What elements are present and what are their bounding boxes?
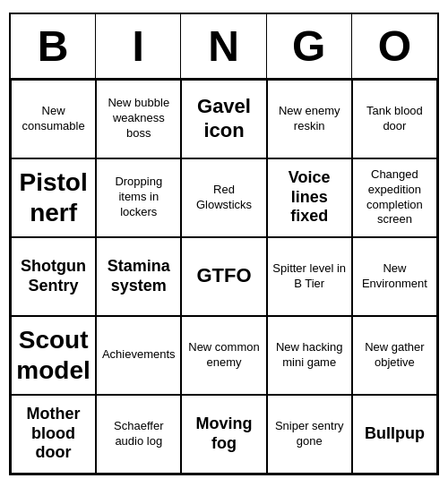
cell-text-13: Spitter level in B Tier xyxy=(271,261,348,292)
cell-text-24: Bullpup xyxy=(365,424,425,444)
cell-text-4: Tank blood door xyxy=(357,104,433,134)
bingo-letter-n: N xyxy=(181,14,266,78)
bingo-letter-i: I xyxy=(96,14,181,78)
cell-text-7: Red Glowsticks xyxy=(185,183,262,213)
cell-text-19: New gather objetive xyxy=(357,340,433,371)
bingo-cell-16: Achievements xyxy=(96,316,181,395)
cell-text-23: Sniper sentry gone xyxy=(271,419,348,449)
cell-text-15: Scout model xyxy=(15,325,91,385)
bingo-letter-b: B xyxy=(11,14,96,78)
bingo-cell-5: Pistol nerf xyxy=(11,158,96,237)
cell-text-0: New consumable xyxy=(15,104,91,134)
bingo-cell-4: Tank blood door xyxy=(352,80,437,158)
cell-text-8: Voice lines fixed xyxy=(271,168,348,226)
cell-text-14: New Environment xyxy=(357,261,433,292)
cell-text-17: New common enemy xyxy=(185,340,262,371)
bingo-cell-24: Bullpup xyxy=(352,395,437,474)
bingo-cell-19: New gather objetive xyxy=(352,316,437,395)
bingo-cell-10: Shotgun Sentry xyxy=(11,237,96,316)
cell-text-10: Shotgun Sentry xyxy=(15,257,91,295)
bingo-cell-23: Sniper sentry gone xyxy=(267,395,352,474)
bingo-cell-18: New hacking mini game xyxy=(267,316,352,395)
cell-text-12: GTFO xyxy=(196,264,251,287)
cell-text-9: Changed expedition completion screen xyxy=(357,167,433,228)
bingo-cell-15: Scout model xyxy=(11,316,96,395)
cell-text-22: Moving fog xyxy=(185,414,262,453)
bingo-letter-o: O xyxy=(352,14,437,78)
bingo-letter-g: G xyxy=(267,14,352,78)
bingo-cell-14: New Environment xyxy=(352,237,437,316)
cell-text-16: Achievements xyxy=(102,347,176,363)
bingo-cell-21: Schaeffer audio log xyxy=(96,395,181,474)
bingo-cell-0: New consumable xyxy=(11,80,96,158)
bingo-cell-12: GTFO xyxy=(181,237,266,316)
cell-text-20: Mother blood door xyxy=(15,405,91,463)
bingo-cell-17: New common enemy xyxy=(181,316,266,395)
bingo-grid: New consumableNew bubble weakness bossGa… xyxy=(11,80,437,474)
bingo-cell-13: Spitter level in B Tier xyxy=(267,237,352,316)
bingo-card: BINGO New consumableNew bubble weakness … xyxy=(9,13,439,475)
bingo-header: BINGO xyxy=(11,14,437,80)
cell-text-11: Stamina system xyxy=(100,257,177,295)
bingo-cell-8: Voice lines fixed xyxy=(267,158,352,237)
cell-text-1: New bubble weakness boss xyxy=(100,96,177,141)
bingo-cell-9: Changed expedition completion screen xyxy=(352,158,437,237)
cell-text-18: New hacking mini game xyxy=(271,340,348,371)
bingo-cell-7: Red Glowsticks xyxy=(181,158,266,237)
bingo-cell-6: Dropping items in lockers xyxy=(96,158,181,237)
bingo-cell-1: New bubble weakness boss xyxy=(96,80,181,158)
bingo-cell-2: Gavel icon xyxy=(181,80,266,158)
cell-text-5: Pistol nerf xyxy=(15,167,91,227)
cell-text-6: Dropping items in lockers xyxy=(100,175,177,220)
bingo-cell-22: Moving fog xyxy=(181,395,266,474)
cell-text-2: Gavel icon xyxy=(185,95,262,142)
cell-text-3: New enemy reskin xyxy=(271,104,348,134)
bingo-cell-20: Mother blood door xyxy=(11,395,96,474)
cell-text-21: Schaeffer audio log xyxy=(100,419,177,449)
bingo-cell-3: New enemy reskin xyxy=(267,80,352,158)
bingo-cell-11: Stamina system xyxy=(96,237,181,316)
